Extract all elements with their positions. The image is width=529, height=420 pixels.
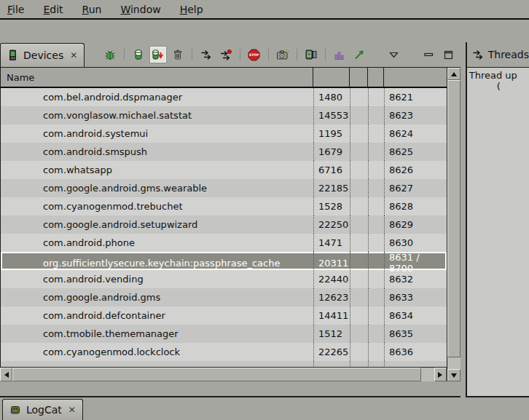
scroll-down-button[interactable] bbox=[447, 369, 461, 381]
horizontal-scroll-thumb[interactable] bbox=[12, 368, 421, 381]
empty-cell-2 bbox=[368, 124, 384, 143]
vertical-scroll-thumb[interactable] bbox=[447, 80, 461, 357]
column-header-empty-1[interactable] bbox=[350, 68, 368, 87]
threads-tabbar[interactable]: Threads bbox=[467, 42, 529, 68]
column-header-port[interactable] bbox=[384, 68, 447, 87]
table-row[interactable]: com.tmobile.thememanager 1512 8635 bbox=[1, 325, 447, 343]
process-port: 8625 bbox=[384, 143, 447, 161]
process-name: com.android.systemui bbox=[1, 124, 313, 143]
menu-file[interactable]: File bbox=[7, 4, 24, 15]
process-name: com.bel.android.dspmanager bbox=[1, 88, 313, 106]
process-pid: 22185 bbox=[313, 179, 350, 197]
table-row[interactable]: com.cyanogenmod.lockclock 22265 8636 bbox=[1, 343, 447, 361]
tab-logcat-label: LogCat bbox=[26, 404, 62, 416]
menu-run[interactable]: Run bbox=[82, 4, 102, 15]
column-header-empty-2[interactable] bbox=[368, 68, 384, 87]
debug-attach-icon[interactable] bbox=[103, 47, 117, 62]
tab-threads-label: Threads bbox=[488, 49, 529, 60]
table-row[interactable]: com.whatsapp 6716 8626 bbox=[1, 161, 447, 179]
dump-hprof-icon[interactable] bbox=[151, 47, 165, 62]
table-row[interactable]: com.google.android.gms 12623 8633 bbox=[1, 288, 447, 306]
empty-cell-2 bbox=[368, 179, 384, 197]
sysinfo-icon[interactable] bbox=[332, 47, 347, 62]
minimize-icon[interactable] bbox=[422, 47, 436, 62]
process-port: 8633 bbox=[384, 288, 447, 306]
view-menu-icon[interactable] bbox=[387, 47, 401, 62]
process-port: 8635 bbox=[384, 325, 447, 343]
process-pid: 12623 bbox=[313, 288, 350, 306]
start-method-profiling-icon[interactable] bbox=[219, 47, 233, 62]
empty-cell-1 bbox=[350, 161, 368, 179]
right-arrow-icon bbox=[438, 372, 442, 378]
process-pid: 6716 bbox=[313, 161, 350, 179]
horizontal-scroll-track[interactable] bbox=[12, 368, 434, 381]
update-threads-icon[interactable] bbox=[199, 47, 213, 62]
empty-cell-2 bbox=[368, 106, 384, 124]
table-row[interactable]: com.google.android.gms.wearable 22185 86… bbox=[1, 179, 447, 197]
process-name: com.whatsapp bbox=[1, 161, 313, 179]
menu-edit[interactable]: Edit bbox=[43, 4, 63, 15]
threads-icon bbox=[472, 49, 483, 60]
tab-devices-close-icon[interactable]: ✕ bbox=[68, 50, 77, 60]
empty-cell-1 bbox=[350, 343, 368, 361]
table-row[interactable]: com.android.phone 1471 8630 bbox=[1, 234, 447, 252]
update-heap-icon[interactable] bbox=[131, 47, 146, 62]
toolbar-separator bbox=[268, 49, 269, 60]
table-row[interactable]: com.cyanogenmod.trebuchet 1528 8628 bbox=[1, 197, 447, 215]
threads-view: Threads Thread up ( bbox=[466, 42, 529, 397]
empty-cell-1 bbox=[350, 325, 368, 343]
tab-devices[interactable]: Devices ✕ bbox=[0, 43, 85, 67]
process-port: 8626 bbox=[384, 161, 447, 179]
scroll-left-button[interactable] bbox=[0, 368, 12, 381]
menu-window[interactable]: Window bbox=[120, 4, 160, 15]
empty-cell-2 bbox=[368, 197, 384, 215]
empty-cell-1 bbox=[350, 88, 368, 106]
table-row[interactable]: com.bel.android.dspmanager 1480 8621 bbox=[1, 88, 447, 106]
column-header-name[interactable]: Name bbox=[1, 68, 313, 87]
process-pid: 22265 bbox=[313, 343, 350, 361]
process-pid: 1528 bbox=[313, 197, 350, 215]
process-pid: 1512 bbox=[313, 325, 350, 343]
process-name: com.tmobile.thememanager bbox=[1, 325, 313, 343]
scroll-right-button[interactable] bbox=[434, 368, 447, 381]
vertical-scroll-track[interactable] bbox=[447, 80, 461, 369]
scroll-up-button[interactable] bbox=[447, 68, 461, 80]
toolbar-separator bbox=[240, 49, 240, 60]
table-row[interactable]: com.android.smspush 1679 8625 bbox=[1, 143, 447, 161]
table-row[interactable]: com.google.android.setupwizard 22250 862… bbox=[1, 215, 447, 234]
table-row[interactable]: com.android.defcontainer 14411 8634 bbox=[1, 306, 447, 325]
process-name: com.google.android.gms.wearable bbox=[1, 179, 313, 197]
table-row[interactable]: org.sufficientlysecure.keychain:passphra… bbox=[1, 252, 447, 270]
process-pid: 14553 bbox=[313, 106, 350, 124]
table-header: Name bbox=[1, 68, 447, 88]
empty-cell-2 bbox=[368, 161, 384, 179]
tab-logcat-close-icon[interactable]: ✕ bbox=[67, 405, 76, 415]
process-name: com.google.android.setupwizard bbox=[1, 215, 313, 234]
stop-process-icon[interactable]: STOP bbox=[247, 47, 262, 62]
process-port: 8634 bbox=[384, 306, 447, 325]
table-row[interactable]: com.android.systemui 1195 8624 bbox=[1, 124, 447, 143]
empty-cell-2 bbox=[368, 252, 384, 274]
device-table: Name com.bel.android.dspmanager 1480 862… bbox=[0, 67, 461, 381]
empty-cell-2 bbox=[368, 306, 384, 325]
vertical-scrollbar[interactable] bbox=[447, 68, 461, 381]
horizontal-scrollbar[interactable] bbox=[0, 367, 447, 381]
process-port: 8636 bbox=[384, 343, 447, 361]
empty-cell-2 bbox=[368, 88, 384, 106]
column-header-pid[interactable] bbox=[313, 68, 350, 87]
devices-tabbar: Devices ✕ bbox=[0, 42, 461, 67]
table-row[interactable]: com.vonglasow.michael.satstat 14553 8623 bbox=[1, 106, 447, 124]
menu-help[interactable]: Help bbox=[180, 4, 203, 15]
maximize-icon[interactable] bbox=[442, 47, 456, 62]
tab-logcat[interactable]: LogCat ✕ bbox=[2, 399, 83, 420]
process-pid: 14411 bbox=[313, 306, 350, 325]
tracer-icon[interactable] bbox=[352, 47, 367, 62]
process-pid: 20311 bbox=[313, 252, 350, 274]
empty-cell-1 bbox=[350, 179, 368, 197]
process-name: com.cyanogenmod.lockclock bbox=[1, 343, 313, 361]
screen-capture-icon[interactable] bbox=[275, 47, 290, 62]
screen-record-icon[interactable] bbox=[304, 47, 318, 62]
cause-gc-icon[interactable] bbox=[171, 47, 185, 62]
empty-cell-2 bbox=[368, 288, 384, 306]
device-table-rows: com.bel.android.dspmanager 1480 8621 com… bbox=[1, 88, 447, 381]
